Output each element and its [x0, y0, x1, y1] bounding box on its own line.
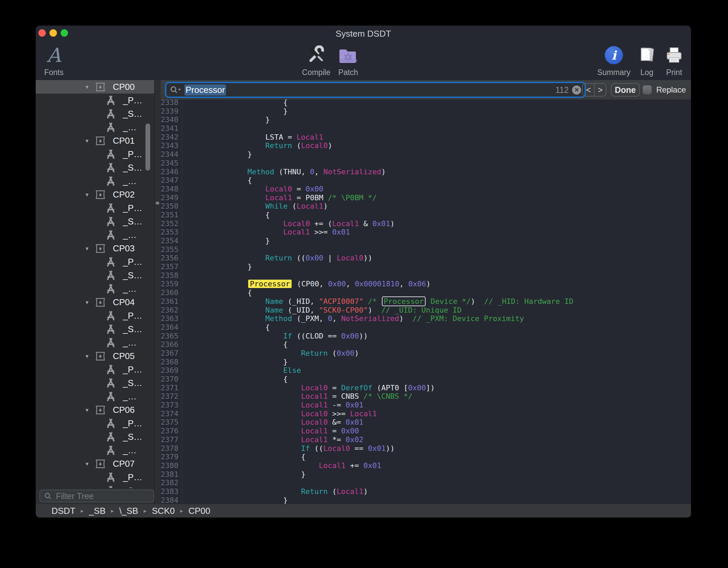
filter-tree-input[interactable]: Filter Tree	[39, 490, 154, 502]
line-number: 2349	[161, 193, 178, 202]
tree-item[interactable]: _…	[36, 282, 154, 295]
line-number: 2373	[161, 401, 178, 410]
pane-splitter[interactable]	[154, 80, 161, 504]
code-text: Method (THNU, 0, NotSerialized)	[178, 168, 386, 176]
line-number: 2375	[161, 418, 178, 427]
code-lines: 2338 {2339 }2340 }23412342 LSTA = Local1…	[161, 100, 691, 504]
tree-item-label: _…	[123, 391, 136, 402]
clear-search-button[interactable]: ✕	[572, 85, 581, 95]
breadcrumb-item[interactable]: CP00	[188, 506, 210, 516]
tree-item[interactable]: _…	[36, 390, 154, 403]
method-a-icon	[105, 338, 116, 348]
code-line: 2342 LSTA = Local1	[161, 133, 691, 142]
tree-item[interactable]: _P…	[36, 470, 154, 484]
code-text: Local0 = DerefOf (APT0 [0x00])	[178, 384, 435, 392]
device-box-icon	[95, 298, 105, 307]
line-number: 2369	[161, 366, 178, 375]
disclosure-triangle-icon[interactable]: ▼	[85, 407, 93, 413]
tree-item[interactable]: _P…	[36, 309, 154, 322]
tree-item[interactable]: _P…	[36, 147, 154, 161]
toolbar-item-patch[interactable]: Patch	[326, 43, 370, 77]
toolbar-item-fonts[interactable]: A Fonts	[36, 43, 76, 77]
disclosure-triangle-icon[interactable]: ▼	[85, 299, 93, 305]
code-text: While (Local1)	[178, 202, 328, 211]
breadcrumb-item[interactable]: _SB	[89, 506, 105, 516]
tree-item[interactable]: _P…	[36, 417, 154, 430]
breadcrumb-item[interactable]: SCK0	[152, 506, 175, 516]
tree-item[interactable]: _P…	[36, 363, 154, 376]
search-input[interactable]: Processor 112 ✕	[165, 82, 586, 98]
tree-group-cp00[interactable]: ▼CP00	[36, 80, 154, 94]
breadcrumb: DSDT ▸ _SB ▸ \_SB ▸ SCK0 ▸ CP00	[36, 504, 691, 518]
tree-item[interactable]: _…	[36, 120, 154, 134]
line-number: 2345	[161, 159, 178, 168]
code-text: Else	[178, 366, 301, 375]
tree-item-label: _S…	[123, 378, 142, 388]
tree-item[interactable]: _…	[36, 443, 154, 457]
code-line: 2338 {	[161, 100, 691, 107]
tree-group-cp05[interactable]: ▼CP05	[36, 349, 154, 363]
tree-item[interactable]: _S…	[36, 269, 154, 282]
disclosure-triangle-icon[interactable]: ▼	[85, 246, 93, 251]
breadcrumb-separator-icon: ▸	[111, 507, 114, 514]
code-line: 2360 {	[161, 288, 691, 297]
done-button[interactable]: Done	[611, 83, 640, 97]
line-number: 2380	[161, 461, 178, 470]
tree-item[interactable]: _S…	[36, 322, 154, 336]
previous-match-button[interactable]: <	[583, 84, 595, 96]
tree-group-cp01[interactable]: ▼CP01	[36, 134, 154, 147]
toolbar-item-print[interactable]: Print	[652, 43, 691, 77]
tree-item[interactable]: _S…	[36, 107, 154, 120]
sidebar-scrollbar-thumb[interactable]	[145, 123, 150, 171]
code-line: 2347 {	[161, 176, 691, 185]
tree-group-cp07[interactable]: ▼CP07	[36, 457, 154, 470]
tree-item[interactable]: _S…	[36, 376, 154, 390]
tree-item[interactable]: _S…	[36, 161, 154, 174]
tree-group-label: CP05	[113, 351, 135, 361]
breadcrumb-item[interactable]: \_SB	[119, 506, 138, 516]
disclosure-triangle-icon[interactable]: ▼	[85, 461, 93, 467]
disclosure-triangle-icon[interactable]: ▼	[85, 192, 93, 198]
tree-item[interactable]: _…	[36, 336, 154, 349]
replace-checkbox[interactable]	[642, 85, 652, 95]
code-line: 2380 Local1 += 0x01	[161, 461, 691, 470]
disclosure-triangle-icon[interactable]: ▼	[85, 353, 93, 359]
code-line: 2371 Local0 = DerefOf (APT0 [0x00])	[161, 384, 691, 392]
code-text: Local1 -= 0x01	[178, 401, 363, 410]
line-number: 2368	[161, 358, 178, 366]
line-number: 2340	[161, 115, 178, 124]
method-a-icon	[105, 391, 116, 401]
tree-item[interactable]: _P…	[36, 201, 154, 215]
code-text	[178, 478, 194, 487]
disclosure-triangle-icon[interactable]: ▼	[85, 138, 93, 144]
method-a-icon	[105, 149, 116, 159]
code-line: 2366 {	[161, 340, 691, 349]
code-text: {	[178, 100, 288, 107]
code-editor[interactable]: 2338 {2339 }2340 }23412342 LSTA = Local1…	[161, 100, 691, 504]
code-text: {	[178, 453, 305, 461]
code-text: Name (_HID, "ACPI0007" /* Processor Devi…	[178, 297, 573, 306]
tree-item[interactable]: _S…	[36, 430, 154, 443]
tree-group-cp02[interactable]: ▼CP02	[36, 188, 154, 201]
tree-item[interactable]: _…	[36, 174, 154, 188]
tree-item[interactable]: _P…	[36, 255, 154, 269]
disclosure-triangle-icon[interactable]: ▼	[85, 84, 93, 90]
code-text: Return (Local1)	[178, 487, 368, 496]
code-line: 2377 Local1 *= 0x02	[161, 435, 691, 444]
tree-item-label: _…	[123, 445, 136, 456]
tree-item[interactable]: _P…	[36, 94, 154, 107]
tree-group-cp04[interactable]: ▼CP04	[36, 295, 154, 309]
tree-group-cp03[interactable]: ▼CP03	[36, 242, 154, 255]
code-line: 2358	[161, 271, 691, 280]
search-value: Processor	[185, 84, 226, 96]
code-line: 2341	[161, 124, 691, 133]
tree-group-label: CP00	[113, 82, 135, 92]
code-text: }	[178, 115, 270, 124]
breadcrumb-item[interactable]: DSDT	[52, 506, 75, 516]
tree-item[interactable]: _S…	[36, 215, 154, 228]
tree-item[interactable]: _…	[36, 228, 154, 242]
method-a-icon	[105, 203, 116, 213]
code-line: 2345	[161, 159, 691, 168]
next-match-button[interactable]: >	[595, 84, 606, 96]
tree-group-cp06[interactable]: ▼CP06	[36, 403, 154, 417]
